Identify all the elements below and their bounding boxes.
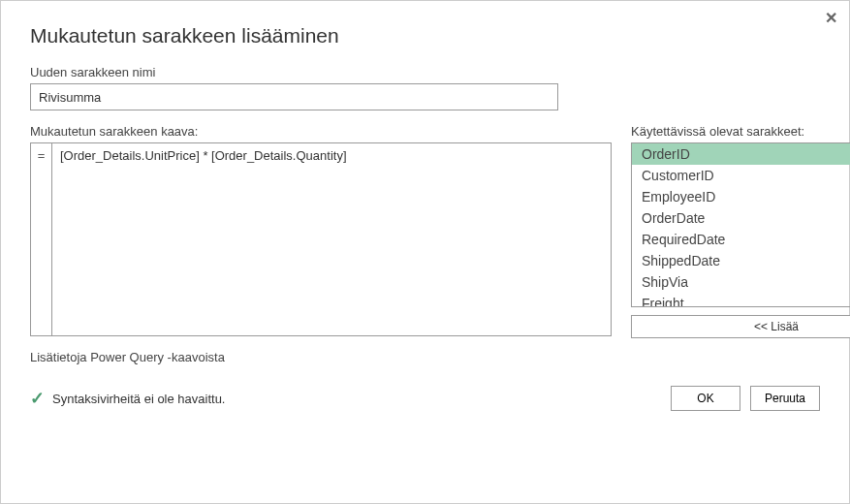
learn-more-link[interactable]: Lisätietoja Power Query -kaavoista	[30, 350, 820, 364]
column-name-label: Uuden sarakkeen nimi	[30, 65, 820, 79]
syntax-status: ✓ Syntaksivirheitä ei ole havaittu.	[30, 388, 225, 409]
cancel-button[interactable]: Peruuta	[750, 386, 820, 411]
column-item-requireddate[interactable]: RequiredDate	[632, 229, 850, 250]
available-columns-label: Käytettävissä olevat sarakkeet:	[631, 124, 850, 139]
status-text: Syntaksivirheitä ei ole havaittu.	[52, 392, 225, 406]
column-item-customerid[interactable]: CustomerID	[632, 165, 850, 186]
close-button[interactable]: ✕	[825, 9, 837, 27]
formula-label: Mukautetun sarakkeen kaava:	[30, 124, 612, 139]
dialog-title: Mukautetun sarakkeen lisääminen	[30, 24, 820, 47]
column-name-input[interactable]	[30, 83, 558, 110]
custom-column-dialog: ✕ Mukautetun sarakkeen lisääminen Uuden …	[0, 0, 850, 504]
available-columns-list: OrderID CustomerID EmployeeID OrderDate …	[631, 142, 850, 307]
formula-input[interactable]: [Order_Details.UnitPrice] * [Order_Detai…	[51, 142, 612, 336]
column-item-freight[interactable]: Freight	[632, 293, 850, 306]
column-item-orderid[interactable]: OrderID	[632, 143, 850, 165]
check-icon: ✓	[30, 388, 45, 409]
column-item-employeeid[interactable]: EmployeeID	[632, 186, 850, 207]
insert-column-button[interactable]: << Lisää	[631, 315, 850, 338]
column-item-shipvia[interactable]: ShipVia	[632, 271, 850, 293]
column-item-shippeddate[interactable]: ShippedDate	[632, 250, 850, 271]
formula-prefix: =	[30, 142, 51, 336]
column-item-orderdate[interactable]: OrderDate	[632, 207, 850, 229]
ok-button[interactable]: OK	[671, 386, 740, 411]
